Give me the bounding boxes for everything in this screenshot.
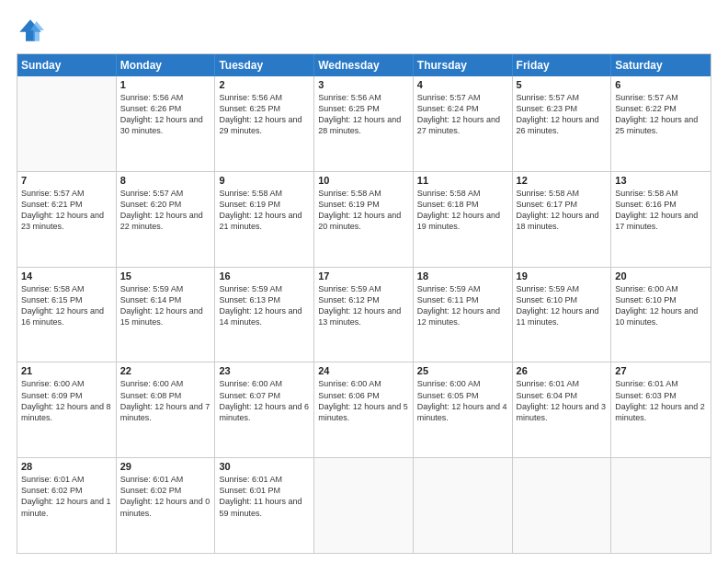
empty-cell	[17, 76, 117, 171]
day-cell: 29Sunrise: 6:01 AMSunset: 6:02 PMDayligh…	[117, 458, 216, 553]
calendar-row: 1Sunrise: 5:56 AMSunset: 6:26 PMDaylight…	[17, 76, 711, 171]
sunrise-text: Sunrise: 6:00 AM	[615, 283, 707, 294]
daylight-text: Daylight: 12 hours and 10 minutes.	[615, 305, 707, 327]
sunrise-text: Sunrise: 5:57 AM	[517, 92, 608, 103]
sunrise-text: Sunrise: 5:57 AM	[21, 188, 112, 199]
sunrise-text: Sunrise: 5:59 AM	[517, 283, 608, 294]
daylight-text: Daylight: 12 hours and 1 minute.	[21, 496, 112, 518]
sunset-text: Sunset: 6:07 PM	[219, 390, 310, 401]
day-number: 13	[615, 175, 707, 186]
sunset-text: Sunset: 6:20 PM	[120, 199, 211, 210]
day-cell: 11Sunrise: 5:58 AMSunset: 6:18 PMDayligh…	[414, 172, 513, 267]
sunset-text: Sunset: 6:10 PM	[615, 294, 707, 305]
sunset-text: Sunset: 6:14 PM	[120, 294, 211, 305]
day-number: 6	[615, 79, 707, 90]
day-cell: 10Sunrise: 5:58 AMSunset: 6:19 PMDayligh…	[314, 172, 414, 267]
page: SundayMondayTuesdayWednesdayThursdayFrid…	[0, 0, 728, 563]
sunrise-text: Sunrise: 6:00 AM	[120, 378, 211, 389]
sunset-text: Sunset: 6:23 PM	[517, 103, 608, 114]
day-cell: 17Sunrise: 5:59 AMSunset: 6:12 PMDayligh…	[314, 268, 414, 362]
daylight-text: Daylight: 12 hours and 22 minutes.	[120, 210, 211, 232]
daylight-text: Daylight: 12 hours and 13 minutes.	[318, 305, 409, 327]
day-cell: 9Sunrise: 5:58 AMSunset: 6:19 PMDaylight…	[215, 172, 314, 267]
sunset-text: Sunset: 6:05 PM	[417, 390, 508, 401]
day-number: 22	[120, 365, 211, 376]
day-cell: 5Sunrise: 5:57 AMSunset: 6:23 PMDaylight…	[513, 76, 612, 171]
sunrise-text: Sunrise: 5:57 AM	[417, 92, 508, 103]
day-number: 26	[517, 365, 608, 376]
sunset-text: Sunset: 6:18 PM	[417, 199, 508, 210]
day-number: 18	[417, 270, 508, 282]
day-number: 21	[21, 365, 112, 376]
calendar-row: 7Sunrise: 5:57 AMSunset: 6:21 PMDaylight…	[17, 171, 711, 267]
sunrise-text: Sunrise: 5:56 AM	[219, 92, 310, 103]
weekday-header: Wednesday	[314, 54, 414, 76]
calendar-header: SundayMondayTuesdayWednesdayThursdayFrid…	[17, 54, 711, 76]
day-number: 30	[219, 461, 310, 472]
empty-cell	[611, 458, 711, 553]
day-cell: 16Sunrise: 5:59 AMSunset: 6:13 PMDayligh…	[215, 268, 314, 362]
sunset-text: Sunset: 6:21 PM	[21, 199, 112, 210]
sunset-text: Sunset: 6:17 PM	[517, 199, 608, 210]
sunrise-text: Sunrise: 6:01 AM	[120, 474, 211, 485]
day-cell: 1Sunrise: 5:56 AMSunset: 6:26 PMDaylight…	[117, 76, 216, 171]
day-number: 27	[615, 365, 707, 376]
sunset-text: Sunset: 6:22 PM	[615, 103, 707, 114]
sunset-text: Sunset: 6:08 PM	[120, 390, 211, 401]
weekday-header: Thursday	[414, 54, 513, 76]
day-cell: 18Sunrise: 5:59 AMSunset: 6:11 PMDayligh…	[414, 268, 513, 362]
sunrise-text: Sunrise: 5:57 AM	[120, 188, 211, 199]
day-number: 3	[318, 79, 409, 90]
calendar-row: 28Sunrise: 6:01 AMSunset: 6:02 PMDayligh…	[17, 457, 711, 553]
sunrise-text: Sunrise: 6:01 AM	[219, 474, 310, 485]
logo-icon	[17, 17, 44, 44]
day-number: 16	[219, 270, 310, 282]
day-number: 23	[219, 365, 310, 376]
sunset-text: Sunset: 6:19 PM	[219, 199, 310, 210]
sunset-text: Sunset: 6:02 PM	[120, 485, 211, 496]
daylight-text: Daylight: 12 hours and 6 minutes.	[219, 401, 310, 423]
sunrise-text: Sunrise: 6:00 AM	[21, 378, 112, 389]
sunrise-text: Sunrise: 5:59 AM	[120, 283, 211, 294]
empty-cell	[314, 458, 414, 553]
daylight-text: Daylight: 12 hours and 23 minutes.	[21, 210, 112, 232]
sunrise-text: Sunrise: 5:58 AM	[318, 188, 409, 199]
sunrise-text: Sunrise: 6:01 AM	[21, 474, 112, 485]
day-cell: 28Sunrise: 6:01 AMSunset: 6:02 PMDayligh…	[17, 458, 117, 553]
day-cell: 30Sunrise: 6:01 AMSunset: 6:01 PMDayligh…	[215, 458, 314, 553]
sunset-text: Sunset: 6:11 PM	[417, 294, 508, 305]
sunset-text: Sunset: 6:15 PM	[21, 294, 112, 305]
daylight-text: Daylight: 12 hours and 30 minutes.	[120, 114, 211, 136]
weekday-header: Friday	[513, 54, 612, 76]
sunset-text: Sunset: 6:09 PM	[21, 390, 112, 401]
day-cell: 22Sunrise: 6:00 AMSunset: 6:08 PMDayligh…	[117, 362, 216, 457]
daylight-text: Daylight: 12 hours and 25 minutes.	[615, 114, 707, 136]
day-number: 10	[318, 175, 409, 186]
day-cell: 8Sunrise: 5:57 AMSunset: 6:20 PMDaylight…	[117, 172, 216, 267]
day-number: 24	[318, 365, 409, 376]
sunrise-text: Sunrise: 5:57 AM	[615, 92, 707, 103]
day-number: 8	[120, 175, 211, 186]
daylight-text: Daylight: 12 hours and 21 minutes.	[219, 210, 310, 232]
day-cell: 3Sunrise: 5:56 AMSunset: 6:25 PMDaylight…	[314, 76, 414, 171]
sunset-text: Sunset: 6:26 PM	[120, 103, 211, 114]
day-cell: 15Sunrise: 5:59 AMSunset: 6:14 PMDayligh…	[117, 268, 216, 362]
sunrise-text: Sunrise: 5:58 AM	[219, 188, 310, 199]
sunset-text: Sunset: 6:13 PM	[219, 294, 310, 305]
sunset-text: Sunset: 6:12 PM	[318, 294, 409, 305]
daylight-text: Daylight: 12 hours and 16 minutes.	[21, 305, 112, 327]
day-cell: 21Sunrise: 6:00 AMSunset: 6:09 PMDayligh…	[17, 362, 117, 457]
day-cell: 2Sunrise: 5:56 AMSunset: 6:25 PMDaylight…	[215, 76, 314, 171]
daylight-text: Daylight: 12 hours and 0 minutes.	[120, 496, 211, 518]
daylight-text: Daylight: 12 hours and 17 minutes.	[615, 210, 707, 232]
calendar-row: 14Sunrise: 5:58 AMSunset: 6:15 PMDayligh…	[17, 267, 711, 362]
sunrise-text: Sunrise: 6:00 AM	[219, 378, 310, 389]
sunrise-text: Sunrise: 5:59 AM	[318, 283, 409, 294]
day-cell: 14Sunrise: 5:58 AMSunset: 6:15 PMDayligh…	[17, 268, 117, 362]
sunrise-text: Sunrise: 6:00 AM	[417, 378, 508, 389]
day-cell: 24Sunrise: 6:00 AMSunset: 6:06 PMDayligh…	[314, 362, 414, 457]
sunrise-text: Sunrise: 6:01 AM	[517, 378, 608, 389]
daylight-text: Daylight: 12 hours and 19 minutes.	[417, 210, 508, 232]
sunrise-text: Sunrise: 5:56 AM	[318, 92, 409, 103]
header	[17, 17, 711, 44]
